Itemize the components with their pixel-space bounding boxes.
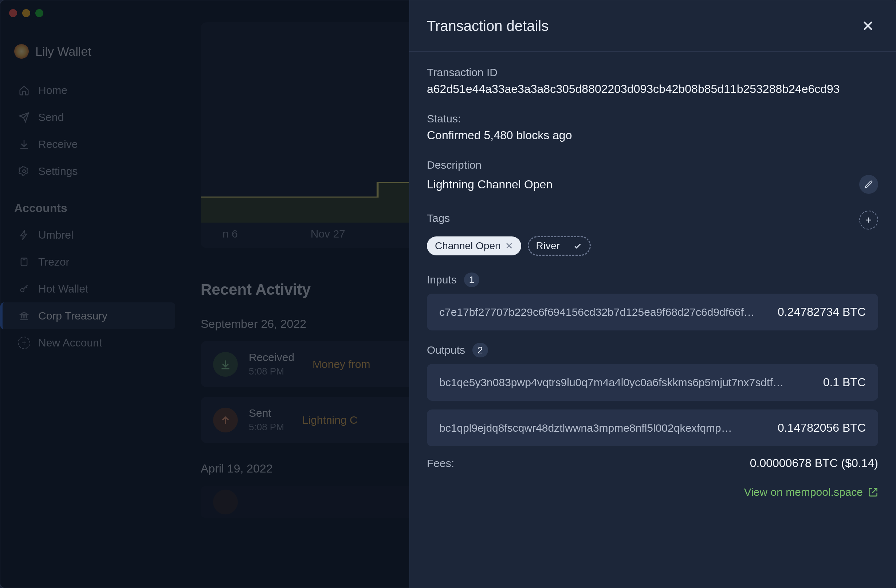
txid-value[interactable]: a62d51e44a33ae3a3a8c305d8802203d093cb42b… [427,82,878,96]
input-amount: 0.24782734 BTC [778,305,866,319]
drawer-header: Transaction details [409,0,896,52]
txid-field: Transaction ID a62d51e44a33ae3a3a8c305d8… [427,66,878,96]
output-amount: 0.14782056 BTC [778,421,866,435]
outputs-header: Outputs 2 [427,343,878,357]
edit-description-button[interactable] [859,175,878,194]
tag-input-chip[interactable] [528,236,591,256]
input-address: c7e17bf27707b229c6f694156cd32b7d125ea9f6… [439,306,767,318]
output-amount: 0.1 BTC [823,376,866,389]
tags-row: Channel Open ✕ [427,236,878,256]
output-row[interactable]: bc1qpl9ejdq8fscqwr48dztlwwna3mpme8nfl5l0… [427,410,878,446]
status-field: Status: Confirmed 5,480 blocks ago [427,113,878,142]
status-label: Status: [427,113,878,125]
close-button[interactable] [858,16,878,36]
inputs-label: Inputs [427,274,457,286]
tag-chip-label: Channel Open [435,240,501,252]
view-link-label: View on mempool.space [744,486,863,498]
inputs-header: Inputs 1 [427,273,878,287]
output-address: bc1qpl9ejdq8fscqwr48dztlwwna3mpme8nfl5l0… [439,422,767,434]
status-value: Confirmed 5,480 blocks ago [427,129,878,142]
close-icon [861,19,875,32]
outputs-label: Outputs [427,344,465,356]
drawer-body: Transaction ID a62d51e44a33ae3a3a8c305d8… [409,52,896,588]
output-row[interactable]: bc1qe5y3n083pwp4vqtrs9lu0q7m4a4l0yc0a6fs… [427,364,878,401]
tag-chip-channel-open[interactable]: Channel Open ✕ [427,236,521,255]
input-row[interactable]: c7e17bf27707b229c6f694156cd32b7d125ea9f6… [427,294,878,331]
description-value: Lightning Channel Open [427,178,553,191]
tag-input[interactable] [536,240,567,252]
tags-field: Tags Channel Open ✕ [427,210,878,256]
description-field: Description Lightning Channel Open [427,159,878,194]
outputs-count: 2 [472,343,488,357]
fees-label: Fees: [427,457,454,469]
check-icon[interactable] [573,241,582,251]
txid-label: Transaction ID [427,66,878,79]
fees-row: Fees: 0.00000678 BTC ($0.14) [427,457,878,470]
fees-value: 0.00000678 BTC ($0.14) [750,457,878,470]
remove-tag-icon[interactable]: ✕ [505,241,513,252]
add-tag-button[interactable] [859,210,878,230]
external-link-icon [868,487,878,497]
tags-label: Tags [427,212,450,224]
pencil-icon [864,180,873,189]
transaction-details-drawer: Transaction details Transaction ID a62d5… [409,0,896,588]
drawer-title: Transaction details [427,18,549,34]
plus-icon [864,216,873,224]
output-address: bc1qe5y3n083pwp4vqtrs9lu0q7m4a4l0yc0a6fs… [439,376,812,389]
inputs-count: 1 [464,273,479,287]
description-label: Description [427,159,878,171]
view-on-mempool-link[interactable]: View on mempool.space [427,486,878,498]
